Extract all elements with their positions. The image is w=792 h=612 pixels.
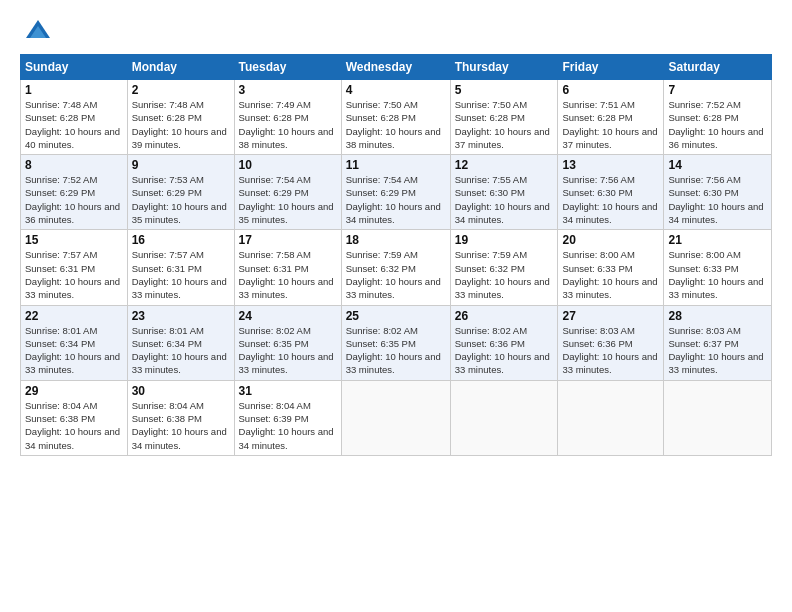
- day-info: Sunrise: 7:53 AMSunset: 6:29 PMDaylight:…: [132, 173, 230, 226]
- day-number: 5: [455, 83, 554, 97]
- day-number: 19: [455, 233, 554, 247]
- calendar-cell: 3Sunrise: 7:49 AMSunset: 6:28 PMDaylight…: [234, 80, 341, 155]
- day-number: 8: [25, 158, 123, 172]
- day-number: 13: [562, 158, 659, 172]
- calendar-cell: 7Sunrise: 7:52 AMSunset: 6:28 PMDaylight…: [664, 80, 772, 155]
- calendar-cell: 15Sunrise: 7:57 AMSunset: 6:31 PMDayligh…: [21, 230, 128, 305]
- calendar-cell: 20Sunrise: 8:00 AMSunset: 6:33 PMDayligh…: [558, 230, 664, 305]
- day-number: 6: [562, 83, 659, 97]
- day-number: 21: [668, 233, 767, 247]
- day-info: Sunrise: 7:57 AMSunset: 6:31 PMDaylight:…: [25, 248, 123, 301]
- calendar-cell: 14Sunrise: 7:56 AMSunset: 6:30 PMDayligh…: [664, 155, 772, 230]
- day-info: Sunrise: 7:58 AMSunset: 6:31 PMDaylight:…: [239, 248, 337, 301]
- calendar-cell: 6Sunrise: 7:51 AMSunset: 6:28 PMDaylight…: [558, 80, 664, 155]
- calendar-cell: [341, 380, 450, 455]
- day-info: Sunrise: 8:02 AMSunset: 6:36 PMDaylight:…: [455, 324, 554, 377]
- day-info: Sunrise: 7:54 AMSunset: 6:29 PMDaylight:…: [239, 173, 337, 226]
- day-info: Sunrise: 7:54 AMSunset: 6:29 PMDaylight:…: [346, 173, 446, 226]
- day-number: 1: [25, 83, 123, 97]
- day-number: 7: [668, 83, 767, 97]
- day-info: Sunrise: 7:56 AMSunset: 6:30 PMDaylight:…: [562, 173, 659, 226]
- header: [20, 16, 772, 44]
- calendar-col-header: Tuesday: [234, 55, 341, 80]
- calendar-cell: 30Sunrise: 8:04 AMSunset: 6:38 PMDayligh…: [127, 380, 234, 455]
- day-number: 29: [25, 384, 123, 398]
- page: SundayMondayTuesdayWednesdayThursdayFrid…: [0, 0, 792, 612]
- day-number: 17: [239, 233, 337, 247]
- calendar-header-row: SundayMondayTuesdayWednesdayThursdayFrid…: [21, 55, 772, 80]
- calendar-cell: 25Sunrise: 8:02 AMSunset: 6:35 PMDayligh…: [341, 305, 450, 380]
- calendar-cell: 24Sunrise: 8:02 AMSunset: 6:35 PMDayligh…: [234, 305, 341, 380]
- calendar-cell: 2Sunrise: 7:48 AMSunset: 6:28 PMDaylight…: [127, 80, 234, 155]
- day-info: Sunrise: 8:03 AMSunset: 6:37 PMDaylight:…: [668, 324, 767, 377]
- day-number: 18: [346, 233, 446, 247]
- calendar-cell: 9Sunrise: 7:53 AMSunset: 6:29 PMDaylight…: [127, 155, 234, 230]
- day-number: 14: [668, 158, 767, 172]
- calendar-cell: 17Sunrise: 7:58 AMSunset: 6:31 PMDayligh…: [234, 230, 341, 305]
- day-info: Sunrise: 8:01 AMSunset: 6:34 PMDaylight:…: [132, 324, 230, 377]
- calendar-cell: 21Sunrise: 8:00 AMSunset: 6:33 PMDayligh…: [664, 230, 772, 305]
- calendar-cell: 28Sunrise: 8:03 AMSunset: 6:37 PMDayligh…: [664, 305, 772, 380]
- day-number: 2: [132, 83, 230, 97]
- calendar-cell: 31Sunrise: 8:04 AMSunset: 6:39 PMDayligh…: [234, 380, 341, 455]
- day-info: Sunrise: 7:48 AMSunset: 6:28 PMDaylight:…: [132, 98, 230, 151]
- calendar-cell: 29Sunrise: 8:04 AMSunset: 6:38 PMDayligh…: [21, 380, 128, 455]
- calendar-cell: 1Sunrise: 7:48 AMSunset: 6:28 PMDaylight…: [21, 80, 128, 155]
- day-info: Sunrise: 7:55 AMSunset: 6:30 PMDaylight:…: [455, 173, 554, 226]
- calendar-cell: 18Sunrise: 7:59 AMSunset: 6:32 PMDayligh…: [341, 230, 450, 305]
- calendar-cell: [450, 380, 558, 455]
- calendar-table: SundayMondayTuesdayWednesdayThursdayFrid…: [20, 54, 772, 456]
- calendar-cell: 4Sunrise: 7:50 AMSunset: 6:28 PMDaylight…: [341, 80, 450, 155]
- calendar-cell: [664, 380, 772, 455]
- calendar-cell: 22Sunrise: 8:01 AMSunset: 6:34 PMDayligh…: [21, 305, 128, 380]
- day-number: 27: [562, 309, 659, 323]
- day-number: 22: [25, 309, 123, 323]
- calendar-cell: 5Sunrise: 7:50 AMSunset: 6:28 PMDaylight…: [450, 80, 558, 155]
- day-number: 25: [346, 309, 446, 323]
- calendar-cell: 13Sunrise: 7:56 AMSunset: 6:30 PMDayligh…: [558, 155, 664, 230]
- day-info: Sunrise: 7:49 AMSunset: 6:28 PMDaylight:…: [239, 98, 337, 151]
- calendar-col-header: Friday: [558, 55, 664, 80]
- day-info: Sunrise: 8:04 AMSunset: 6:38 PMDaylight:…: [25, 399, 123, 452]
- day-info: Sunrise: 8:04 AMSunset: 6:39 PMDaylight:…: [239, 399, 337, 452]
- calendar-col-header: Sunday: [21, 55, 128, 80]
- day-info: Sunrise: 7:50 AMSunset: 6:28 PMDaylight:…: [346, 98, 446, 151]
- day-info: Sunrise: 7:56 AMSunset: 6:30 PMDaylight:…: [668, 173, 767, 226]
- day-number: 31: [239, 384, 337, 398]
- calendar-cell: 8Sunrise: 7:52 AMSunset: 6:29 PMDaylight…: [21, 155, 128, 230]
- day-info: Sunrise: 8:02 AMSunset: 6:35 PMDaylight:…: [346, 324, 446, 377]
- day-info: Sunrise: 7:50 AMSunset: 6:28 PMDaylight:…: [455, 98, 554, 151]
- day-info: Sunrise: 7:59 AMSunset: 6:32 PMDaylight:…: [455, 248, 554, 301]
- calendar-cell: 26Sunrise: 8:02 AMSunset: 6:36 PMDayligh…: [450, 305, 558, 380]
- calendar-cell: 10Sunrise: 7:54 AMSunset: 6:29 PMDayligh…: [234, 155, 341, 230]
- calendar-row: 1Sunrise: 7:48 AMSunset: 6:28 PMDaylight…: [21, 80, 772, 155]
- day-number: 9: [132, 158, 230, 172]
- day-number: 3: [239, 83, 337, 97]
- day-info: Sunrise: 8:04 AMSunset: 6:38 PMDaylight:…: [132, 399, 230, 452]
- day-info: Sunrise: 8:03 AMSunset: 6:36 PMDaylight:…: [562, 324, 659, 377]
- day-number: 30: [132, 384, 230, 398]
- calendar-col-header: Thursday: [450, 55, 558, 80]
- calendar-cell: [558, 380, 664, 455]
- day-info: Sunrise: 7:52 AMSunset: 6:28 PMDaylight:…: [668, 98, 767, 151]
- calendar-cell: 23Sunrise: 8:01 AMSunset: 6:34 PMDayligh…: [127, 305, 234, 380]
- calendar-row: 22Sunrise: 8:01 AMSunset: 6:34 PMDayligh…: [21, 305, 772, 380]
- day-number: 23: [132, 309, 230, 323]
- calendar-col-header: Wednesday: [341, 55, 450, 80]
- day-info: Sunrise: 8:01 AMSunset: 6:34 PMDaylight:…: [25, 324, 123, 377]
- day-info: Sunrise: 7:48 AMSunset: 6:28 PMDaylight:…: [25, 98, 123, 151]
- day-number: 20: [562, 233, 659, 247]
- day-info: Sunrise: 7:51 AMSunset: 6:28 PMDaylight:…: [562, 98, 659, 151]
- day-number: 26: [455, 309, 554, 323]
- day-number: 24: [239, 309, 337, 323]
- calendar-cell: 11Sunrise: 7:54 AMSunset: 6:29 PMDayligh…: [341, 155, 450, 230]
- calendar-col-header: Saturday: [664, 55, 772, 80]
- calendar-row: 8Sunrise: 7:52 AMSunset: 6:29 PMDaylight…: [21, 155, 772, 230]
- day-info: Sunrise: 7:59 AMSunset: 6:32 PMDaylight:…: [346, 248, 446, 301]
- day-number: 12: [455, 158, 554, 172]
- day-info: Sunrise: 7:52 AMSunset: 6:29 PMDaylight:…: [25, 173, 123, 226]
- calendar-cell: 16Sunrise: 7:57 AMSunset: 6:31 PMDayligh…: [127, 230, 234, 305]
- logo: [20, 16, 52, 44]
- day-number: 10: [239, 158, 337, 172]
- day-info: Sunrise: 8:00 AMSunset: 6:33 PMDaylight:…: [668, 248, 767, 301]
